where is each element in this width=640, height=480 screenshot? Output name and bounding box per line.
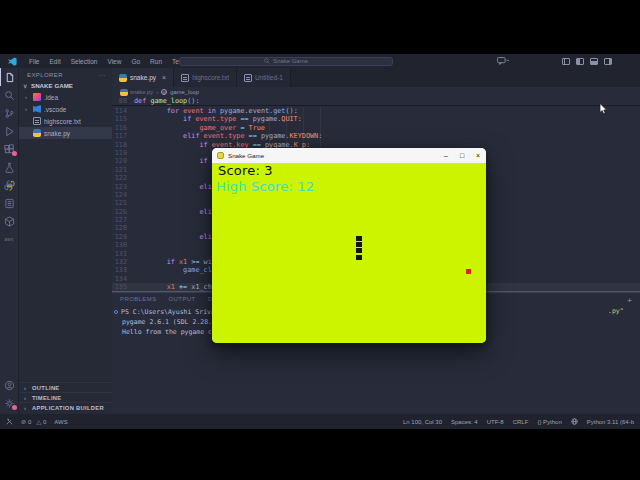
section-label: OUTLINE — [32, 385, 60, 391]
sticky-scroll-line[interactable]: 80 def game_loop(): — [112, 97, 640, 106]
tree-item-label: .vscode — [44, 106, 66, 113]
game-titlebar[interactable]: Snake Game – □ × — [212, 148, 486, 163]
line-number: 130 — [112, 241, 134, 249]
command-center-search[interactable]: Snake Game — [179, 57, 393, 67]
code-text: elif event.type == pygame.KEYDOWN: — [134, 132, 322, 140]
code-text: y — [134, 241, 220, 249]
code-text: y — [134, 216, 220, 224]
toggle-secondary-sidebar-icon[interactable] — [604, 58, 612, 65]
panel-tab-output[interactable]: OUTPUT — [169, 296, 196, 302]
line-number: 118 — [112, 141, 134, 149]
explorer-more-icon[interactable]: ··· — [99, 72, 106, 78]
tree-item-label: snake.py — [44, 130, 70, 137]
section-outline[interactable]: › OUTLINE — [19, 382, 112, 392]
snake-game-window: Snake Game – □ × Score: 3 High Score: 12 — [212, 148, 486, 343]
close-icon[interactable]: × — [162, 74, 166, 81]
tree-item-highscore[interactable]: highscore.txt — [19, 115, 112, 127]
activity-explorer-icon[interactable] — [0, 68, 19, 86]
tab-untitled-1[interactable]: Untitled-1 — [237, 68, 291, 87]
encoding[interactable]: UTF-8 — [487, 419, 504, 425]
settings-gear-icon[interactable] — [0, 394, 19, 412]
tab-label: Untitled-1 — [255, 74, 283, 81]
menu-file[interactable]: File — [24, 58, 44, 65]
file-icon — [244, 74, 252, 82]
line-number: 132 — [112, 258, 134, 266]
code-line[interactable]: 115 if event.type == pygame.QUIT: — [112, 115, 640, 123]
code-text: y — [134, 174, 220, 182]
breadcrumb-file[interactable]: snake.py — [130, 89, 153, 95]
tree-item-idea[interactable]: › .idea — [19, 91, 112, 103]
tab-bar: snake.py × highscore.txt Untitled-1 — [112, 68, 640, 87]
minimize-button[interactable]: – — [438, 148, 454, 163]
cursor-position[interactable]: Ln 100, Col 30 — [403, 419, 442, 425]
close-button[interactable]: × — [470, 148, 486, 163]
line-number: 119 — [112, 149, 134, 157]
toggle-primary-sidebar-icon[interactable] — [576, 58, 584, 65]
code-line[interactable]: 117 elif event.type == pygame.KEYDOWN: — [112, 132, 640, 140]
breadcrumb[interactable]: snake.py › M game_loop — [112, 87, 640, 97]
language-mode[interactable]: {} Python — [537, 419, 561, 425]
code-text: game_clos — [134, 266, 220, 274]
project-root-folder[interactable]: ∨ SNAKE GAME — [19, 80, 112, 91]
indentation[interactable]: Spaces: 4 — [451, 419, 478, 425]
tab-highscore-txt[interactable]: highscore.txt — [174, 68, 237, 87]
menu-run[interactable]: Run — [145, 58, 167, 65]
activity-aws-icon[interactable]: aws — [0, 230, 19, 248]
activity-search-icon[interactable] — [0, 86, 19, 104]
tree-item-snake-py[interactable]: snake.py — [19, 127, 112, 139]
line-number: 122 — [112, 174, 134, 182]
settings-badge — [12, 405, 17, 410]
chat-icon[interactable] — [497, 57, 511, 65]
code-text: elif — [134, 208, 216, 216]
activity-extensions-icon[interactable] — [0, 140, 19, 158]
section-application-builder[interactable]: › APPLICATION BUILDER — [19, 402, 112, 412]
menu-go[interactable]: Go — [126, 58, 145, 65]
panel-tab-problems[interactable]: PROBLEMS — [120, 296, 157, 302]
line-number: 135 — [112, 283, 134, 291]
python-interpreter[interactable]: Python 3.11 (64-b — [587, 419, 634, 425]
remote-tools-icon[interactable] — [6, 418, 13, 425]
code-text: x — [134, 224, 220, 232]
code-line[interactable]: 116 game_over = True — [112, 124, 640, 132]
activity-run-debug-icon[interactable] — [0, 122, 19, 140]
activity-containers-icon[interactable] — [0, 212, 19, 230]
breadcrumb-symbol[interactable]: game_loop — [170, 89, 199, 95]
vscode-folder-icon — [33, 105, 41, 113]
line-number: 127 — [112, 216, 134, 224]
code-text: x — [134, 250, 220, 258]
activity-source-control-icon[interactable] — [0, 104, 19, 122]
tree-item-label: .idea — [44, 94, 58, 101]
problems-status[interactable]: ⊘0 △0 — [21, 418, 46, 425]
line-number: 126 — [112, 208, 134, 216]
section-timeline[interactable]: › TIMELINE — [19, 392, 112, 402]
idea-folder-icon — [33, 93, 41, 101]
titlebar: File Edit Selection View Go Run Terminal… — [0, 54, 640, 68]
game-canvas: Score: 3 High Score: 12 — [212, 163, 486, 343]
aws-status[interactable]: AWS — [54, 419, 67, 425]
line-number: 124 — [112, 191, 134, 199]
code-text: game_over = True — [134, 124, 265, 132]
snake-segment — [356, 248, 362, 253]
toggle-panel-icon[interactable] — [590, 58, 598, 65]
menu-view[interactable]: View — [102, 58, 126, 65]
extensions-badge — [12, 151, 17, 156]
maximize-button[interactable]: □ — [454, 148, 470, 163]
tree-item-vscode[interactable]: › .vscode — [19, 103, 112, 115]
activity-testing-icon[interactable] — [0, 158, 19, 176]
globe-icon[interactable] — [571, 418, 578, 425]
python-file-icon — [120, 89, 127, 96]
chevron-right-icon: › — [24, 395, 29, 401]
line-number: 115 — [112, 115, 134, 123]
activity-notebook-icon[interactable] — [0, 194, 19, 212]
account-icon[interactable] — [0, 376, 19, 394]
code-line[interactable]: 114 for event in pygame.event.get(): — [112, 107, 640, 115]
code-text: x — [134, 166, 220, 174]
activity-bar: aws — [0, 68, 19, 414]
tab-snake-py[interactable]: snake.py × — [112, 68, 174, 87]
new-terminal-icon[interactable]: + — [627, 296, 632, 305]
activity-python-icon[interactable] — [0, 176, 19, 194]
menu-selection[interactable]: Selection — [66, 58, 103, 65]
eol-sequence[interactable]: CRLF — [513, 419, 529, 425]
menu-edit[interactable]: Edit — [44, 58, 65, 65]
toggle-sidebar-icon[interactable] — [562, 58, 570, 65]
